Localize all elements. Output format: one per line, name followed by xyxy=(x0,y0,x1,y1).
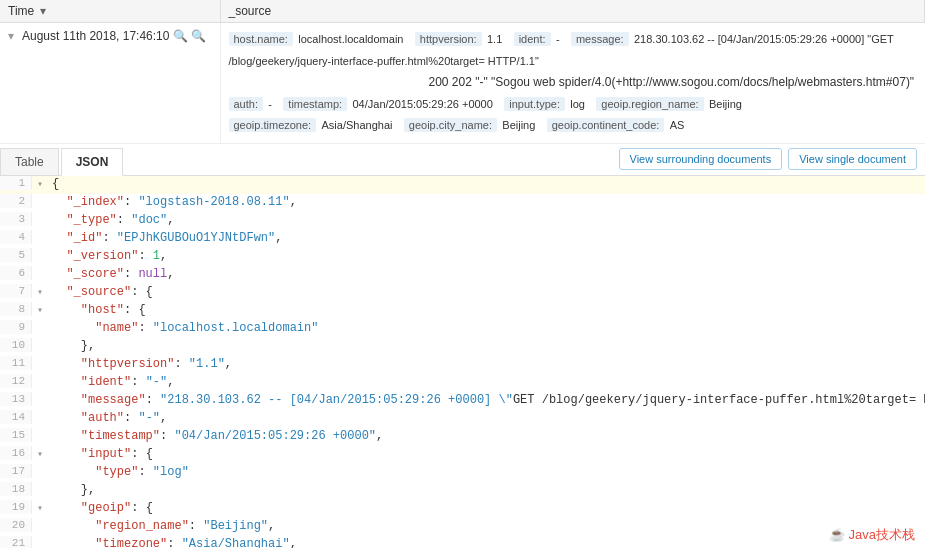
source-column-header: _source xyxy=(220,0,925,23)
line-content-18: }, xyxy=(48,482,925,498)
line-toggle-10 xyxy=(32,338,48,340)
field-row-3: auth: - timestamp: 04/Jan/2015:05:29:26 … xyxy=(229,94,917,116)
line-toggle-7[interactable]: ▾ xyxy=(32,284,48,298)
line-content-2: "_index": "logstash-2018.08.11", xyxy=(48,194,925,210)
tab-table[interactable]: Table xyxy=(0,148,59,175)
line-content-4: "_id": "EPJhKGUBOuO1YJNtDFwn", xyxy=(48,230,925,246)
search-minus-icon[interactable]: 🔍 xyxy=(191,29,206,43)
line-content-5: "_version": 1, xyxy=(48,248,925,264)
line-content-1: { xyxy=(48,176,925,192)
json-line-14: 14 "auth": "-", xyxy=(0,410,925,428)
line-number-14: 14 xyxy=(0,410,32,424)
tab-json[interactable]: JSON xyxy=(61,148,124,176)
json-line-4: 4 "_id": "EPJhKGUBOuO1YJNtDFwn", xyxy=(0,230,925,248)
field-label-message: message: xyxy=(571,32,629,46)
line-number-13: 13 xyxy=(0,392,32,406)
line-content-9: "name": "localhost.localdomain" xyxy=(48,320,925,336)
line-content-10: }, xyxy=(48,338,925,354)
line-toggle-19[interactable]: ▾ xyxy=(32,500,48,514)
json-line-17: 17 "type": "log" xyxy=(0,464,925,482)
json-line-8: 8▾ "host": { xyxy=(0,302,925,320)
field-value-ident: - xyxy=(556,33,560,45)
field-value-httpversion: 1.1 xyxy=(487,33,502,45)
line-toggle-8[interactable]: ▾ xyxy=(32,302,48,316)
line-content-15: "timestamp": "04/Jan/2015:05:29:26 +0000… xyxy=(48,428,925,444)
line-toggle-5 xyxy=(32,248,48,250)
line-number-7: 7 xyxy=(0,284,32,298)
field-label-httpversion: httpversion: xyxy=(415,32,482,46)
line-toggle-15 xyxy=(32,428,48,430)
json-line-7: 7▾ "_source": { xyxy=(0,284,925,302)
field-value-timestamp: 04/Jan/2015:05:29:26 +0000 xyxy=(352,98,492,110)
field-value-timezone: Asia/Shanghai xyxy=(322,119,393,131)
line-number-12: 12 xyxy=(0,374,32,388)
line-content-16: "input": { xyxy=(48,446,925,462)
line-toggle-17 xyxy=(32,464,48,466)
line-number-9: 9 xyxy=(0,320,32,334)
json-lines-container: 1▾{2 "_index": "logstash-2018.08.11",3 "… xyxy=(0,176,925,548)
line-toggle-21 xyxy=(32,536,48,538)
line-content-11: "httpversion": "1.1", xyxy=(48,356,925,372)
watermark: ☕ Java技术栈 xyxy=(829,526,915,544)
field-value-city: Beijing xyxy=(502,119,535,131)
view-surrounding-button[interactable]: View surrounding documents xyxy=(619,148,783,170)
json-line-12: 12 "ident": "-", xyxy=(0,374,925,392)
json-line-18: 18 }, xyxy=(0,482,925,500)
line-number-18: 18 xyxy=(0,482,32,496)
line-number-2: 2 xyxy=(0,194,32,208)
field-value-input-type: log xyxy=(570,98,585,110)
line-number-17: 17 xyxy=(0,464,32,478)
json-line-1: 1▾{ xyxy=(0,176,925,194)
line-number-16: 16 xyxy=(0,446,32,460)
line-content-17: "type": "log" xyxy=(48,464,925,480)
field-value-auth: - xyxy=(268,98,272,110)
field-label-auth: auth: xyxy=(229,97,263,111)
json-line-5: 5 "_version": 1, xyxy=(0,248,925,266)
line-toggle-1[interactable]: ▾ xyxy=(32,176,48,190)
line-content-13: "message": "218.30.103.62 -- [04/Jan/201… xyxy=(48,392,925,408)
line-number-10: 10 xyxy=(0,338,32,352)
expand-icon[interactable]: ▾ xyxy=(8,29,14,43)
search-plus-icon[interactable]: 🔍 xyxy=(173,29,188,43)
json-line-15: 15 "timestamp": "04/Jan/2015:05:29:26 +0… xyxy=(0,428,925,446)
line-number-19: 19 xyxy=(0,500,32,514)
line-content-19: "geoip": { xyxy=(48,500,925,516)
line-number-1: 1 xyxy=(0,176,32,190)
tabs-bar: Table JSON View surrounding documents Vi… xyxy=(0,144,925,176)
line-toggle-13 xyxy=(32,392,48,394)
json-line-19: 19▾ "geoip": { xyxy=(0,500,925,518)
line-toggle-11 xyxy=(32,356,48,358)
field-label-region: geoip.region_name: xyxy=(596,97,703,111)
json-panel[interactable]: 1▾{2 "_index": "logstash-2018.08.11",3 "… xyxy=(0,176,925,548)
line-toggle-3 xyxy=(32,212,48,214)
line-content-21: "timezone": "Asia/Shanghai", xyxy=(48,536,925,548)
line-content-14: "auth": "-", xyxy=(48,410,925,426)
tabs-right-buttons: View surrounding documents View single d… xyxy=(611,144,925,174)
json-line-6: 6 "_score": null, xyxy=(0,266,925,284)
json-line-21: 21 "timezone": "Asia/Shanghai", xyxy=(0,536,925,548)
field-row-2: 200 202 "-" "Sogou web spider/4.0(+http:… xyxy=(229,72,917,94)
field-value-continent: AS xyxy=(670,119,685,131)
line-content-12: "ident": "-", xyxy=(48,374,925,390)
line-number-3: 3 xyxy=(0,212,32,226)
field-label-ident: ident: xyxy=(514,32,551,46)
line-toggle-16[interactable]: ▾ xyxy=(32,446,48,460)
line-content-7: "_source": { xyxy=(48,284,925,300)
line-number-20: 20 xyxy=(0,518,32,532)
log-time-cell: ▾ August 11th 2018, 17:46:10 🔍 🔍 xyxy=(0,23,220,144)
json-line-3: 3 "_type": "doc", xyxy=(0,212,925,230)
field-label-timestamp: timestamp: xyxy=(283,97,347,111)
view-single-button[interactable]: View single document xyxy=(788,148,917,170)
json-line-2: 2 "_index": "logstash-2018.08.11", xyxy=(0,194,925,212)
line-toggle-12 xyxy=(32,374,48,376)
line-content-20: "region_name": "Beijing", xyxy=(48,518,925,534)
time-column-header[interactable]: Time ▾ xyxy=(0,0,220,23)
json-line-11: 11 "httpversion": "1.1", xyxy=(0,356,925,374)
line-content-3: "_type": "doc", xyxy=(48,212,925,228)
field-label-continent: geoip.continent_code: xyxy=(547,118,665,132)
field-label-input-type: input.type: xyxy=(504,97,565,111)
line-number-21: 21 xyxy=(0,536,32,548)
line-content-8: "host": { xyxy=(48,302,925,318)
field-label-city: geoip.city_name: xyxy=(404,118,497,132)
log-source-cell: host.name: localhost.localdomain httpver… xyxy=(220,23,925,144)
